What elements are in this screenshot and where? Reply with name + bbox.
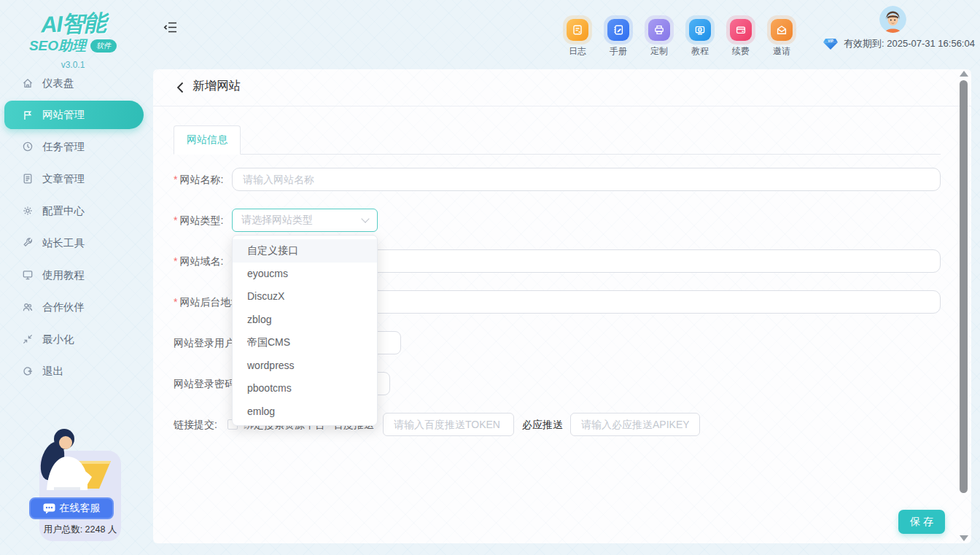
header-action-logs[interactable]: 日志 [557, 19, 598, 58]
site-type-select[interactable]: 请选择网站类型 [232, 209, 378, 232]
online-service-label: 在线客服 [60, 502, 101, 515]
sidebar-item-article-management[interactable]: 文章管理 [0, 168, 146, 189]
tab-label: 网站信息 [187, 133, 228, 147]
logout-icon [22, 365, 34, 377]
dropdown-option-wordpress[interactable]: wordpress [233, 354, 377, 378]
scrollbar-thumb[interactable] [960, 80, 968, 493]
header-action-label: 手册 [598, 45, 639, 58]
back-icon [174, 80, 188, 95]
menu-fold-icon [163, 21, 177, 34]
sidebar-item-label: 最小化 [42, 333, 74, 346]
sidebar-item-partners[interactable]: 合作伙伴 [0, 297, 146, 317]
required-mark: * [174, 214, 177, 226]
required-mark: * [174, 174, 177, 185]
dropdown-option-discuzx[interactable]: DiscuzX [233, 285, 377, 308]
site-name-input[interactable] [232, 168, 941, 191]
header-action-label: 定制 [639, 45, 680, 58]
renew-icon [735, 24, 747, 36]
dropdown-option-emlog[interactable]: emlog [233, 400, 377, 424]
tab-site-info[interactable]: 网站信息 [174, 125, 241, 155]
sidebar-item-label: 文章管理 [42, 172, 85, 186]
chevron-down-icon [361, 214, 369, 222]
scrollbar [958, 69, 970, 547]
sidebar-item-task-management[interactable]: 任务管理 [0, 136, 146, 157]
vip-icon: VIP [822, 38, 839, 50]
menu-fold-button[interactable] [163, 21, 177, 36]
sidebar-item-logout[interactable]: 退出 [0, 361, 146, 381]
header-action-tutorial[interactable]: 教程 [680, 19, 720, 58]
header-action-custom[interactable]: 定制 [639, 19, 680, 58]
tutorial-icon [22, 269, 34, 281]
dropdown-option-diguocms[interactable]: 帝国CMS [233, 331, 377, 354]
app-window: AI智能 SEO助理 软件 v3.0.1 仪表盘 网站管理 任务管理 文章管理 … [0, 0, 980, 555]
header-action-label: 日志 [557, 45, 598, 58]
header-action-renew[interactable]: 续费 [720, 19, 761, 58]
sidebar-item-label: 退出 [42, 365, 63, 379]
dashboard-icon [22, 77, 34, 89]
back-button[interactable] [174, 80, 190, 96]
online-service-button[interactable]: 在线客服 [29, 497, 114, 519]
link-submit-label: 链接提交: [174, 413, 217, 436]
required-mark: * [174, 255, 177, 267]
header-action-label: 续费 [720, 45, 761, 58]
site-type-placeholder: 请选择网站类型 [241, 214, 362, 227]
header-action-label: 教程 [680, 45, 720, 58]
user-avatar[interactable] [879, 6, 906, 33]
dropdown-option-eyoucms[interactable]: eyoucms [233, 263, 377, 286]
header-action-manual[interactable]: 手册 [598, 19, 639, 58]
sidebar-item-label: 合作伙伴 [42, 300, 85, 314]
app-logo: AI智能 SEO助理 软件 v3.0.1 [0, 9, 146, 70]
header-action-invite[interactable]: 邀请 [761, 19, 802, 58]
webmaster-tools-icon [22, 237, 34, 249]
site-domain-label: *网站域名: [174, 249, 223, 273]
bing-push-label: 必应推送 [522, 413, 563, 436]
site-type-dropdown: 自定义接口 eyoucms DiscuzX zblog 帝国CMS wordpr… [232, 235, 378, 426]
tabs-baseline [174, 154, 941, 155]
scrollbar-down-arrow[interactable] [960, 535, 968, 541]
logo-line1: AI智能 [40, 7, 106, 40]
sidebar-item-usage-tutorial[interactable]: 使用教程 [0, 265, 146, 285]
sidebar-item-label: 站长工具 [42, 236, 85, 250]
app-version: v3.0.1 [0, 60, 146, 70]
article-icon [22, 173, 34, 185]
header-divider [153, 106, 971, 106]
sidebar: AI智能 SEO助理 软件 v3.0.1 仪表盘 网站管理 任务管理 文章管理 … [0, 0, 146, 555]
bing-apikey-input[interactable] [570, 413, 700, 436]
config-icon [22, 205, 34, 217]
sidebar-item-label: 任务管理 [42, 140, 85, 154]
logo-badge: 软件 [90, 39, 117, 53]
header-action-label: 邀请 [761, 45, 802, 58]
dropdown-option-pbootcms[interactable]: pbootcms [233, 377, 377, 400]
page-title: 新增网站 [192, 78, 241, 94]
sidebar-item-minimize[interactable]: 最小化 [0, 329, 146, 349]
dropdown-option-custom-api[interactable]: 自定义接口 [233, 239, 377, 263]
site-name-label: *网站名称: [174, 168, 223, 191]
avatar-image [879, 6, 906, 33]
sidebar-item-webmaster-tools[interactable]: 站长工具 [0, 233, 146, 253]
dropdown-option-zblog[interactable]: zblog [233, 308, 377, 332]
custom-icon [653, 24, 665, 36]
site-type-label: *网站类型: [174, 209, 223, 232]
manual-icon [612, 24, 624, 36]
tutorial-video-icon [694, 24, 706, 36]
sidebar-item-label: 使用教程 [42, 268, 85, 282]
total-users-text: 用户总数: 2248 人 [22, 524, 139, 536]
sidebar-item-label: 配置中心 [42, 204, 85, 218]
website-icon [22, 109, 34, 121]
sidebar-item-config-center[interactable]: 配置中心 [0, 201, 146, 221]
baidu-token-input[interactable] [383, 413, 514, 436]
minimize-icon [22, 333, 34, 345]
validity-text: 有效期到: 2025-07-31 16:56:04 [844, 37, 975, 50]
task-icon [22, 141, 34, 152]
customer-service-illustration [25, 423, 121, 505]
sidebar-item-dashboard[interactable]: 仪表盘 [0, 73, 146, 93]
save-button[interactable]: 保 存 [898, 510, 945, 534]
sidebar-item-website-management[interactable]: 网站管理 [4, 101, 144, 129]
validity-row: VIP 有效期到: 2025-07-31 16:56:04 [822, 37, 975, 50]
invite-icon [776, 24, 788, 36]
chat-icon [43, 503, 55, 514]
login-pass-label: 网站登录密码: [174, 372, 238, 395]
required-mark: * [174, 296, 177, 308]
partner-icon [22, 301, 34, 313]
scrollbar-up-arrow[interactable] [960, 71, 968, 77]
